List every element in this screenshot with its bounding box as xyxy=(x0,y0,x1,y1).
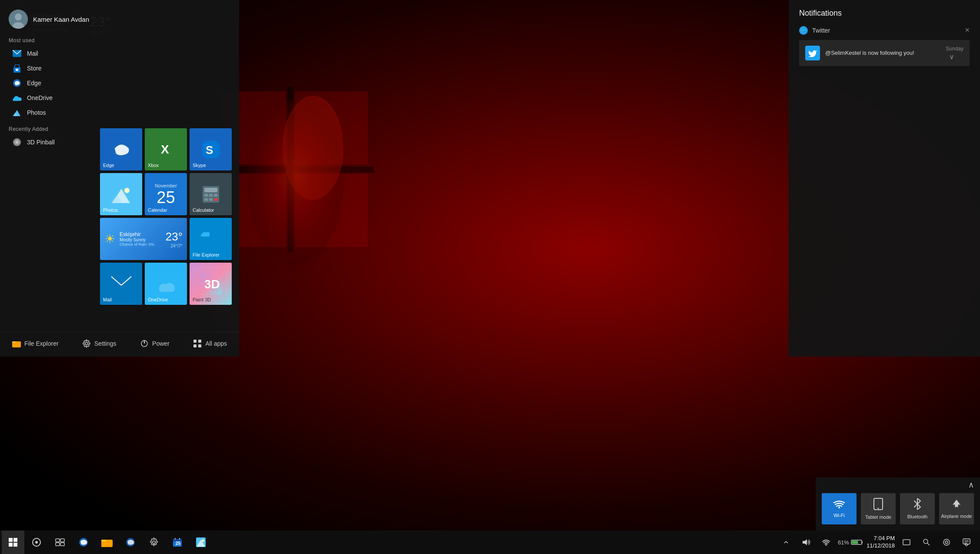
notif-twitter-card[interactable]: @SelimKestel is now following you! Sunda… xyxy=(799,40,970,66)
tile-paint3d[interactable]: 3D Paint 3D xyxy=(190,263,232,305)
tile-weather-condition: Mostly Sunny xyxy=(120,237,154,242)
svg-rect-48 xyxy=(203,232,210,236)
pinball-icon xyxy=(12,137,22,147)
search-cortana-button[interactable] xyxy=(25,531,48,554)
quick-settings-collapse[interactable]: ∧ xyxy=(968,480,974,490)
notif-close-twitter[interactable]: × xyxy=(965,26,970,35)
user-display-name: Kamer Kaan Avdan xyxy=(33,16,89,23)
settings-button[interactable]: Settings xyxy=(79,337,120,350)
taskbar-calendar[interactable]: 25 xyxy=(166,531,189,554)
battery-indicator: 61% xyxy=(838,539,863,546)
show-desktop-button[interactable] xyxy=(898,534,915,551)
volume-icon[interactable] xyxy=(798,534,814,551)
taskbar-edge[interactable] xyxy=(72,531,95,554)
tile-file-explorer[interactable]: File Explorer xyxy=(190,218,232,260)
app-item-photos[interactable]: Photos xyxy=(9,105,230,120)
tile-weather-temp: 23° xyxy=(166,230,183,244)
tile-photos-label: Photos xyxy=(103,207,118,213)
svg-point-86 xyxy=(943,539,950,545)
svg-rect-83 xyxy=(903,540,910,545)
svg-rect-26 xyxy=(198,340,201,343)
power-button[interactable]: Power xyxy=(137,337,173,350)
taskbar-systray: 61% 7:04 PM 11/12/2018 xyxy=(778,534,980,551)
svg-rect-58 xyxy=(13,543,17,547)
notifications-title: Notifications xyxy=(799,9,842,18)
task-view-button[interactable] xyxy=(49,531,71,554)
twitter-app-icon: 🐦 xyxy=(799,26,808,35)
qs-tablet-tile[interactable]: Tablet mode xyxy=(861,493,896,524)
tile-calendar-date: 25 xyxy=(157,189,175,206)
svg-point-52 xyxy=(838,507,840,508)
tile-photos[interactable]: Photos xyxy=(100,173,142,215)
app-item-store[interactable]: Store xyxy=(9,61,230,76)
svg-point-69 xyxy=(153,541,155,544)
all-apps-button[interactable]: All apps xyxy=(190,337,230,350)
action-center-button[interactable] xyxy=(958,534,975,551)
qs-bluetooth-label: Bluetooth xyxy=(907,514,927,519)
notif-twitter-header: 🐦 Twitter × xyxy=(789,23,980,37)
user-profile-section[interactable]: Kamer Kaan Avdan xyxy=(0,0,239,36)
search-button[interactable] xyxy=(918,534,935,551)
svg-point-79 xyxy=(825,544,827,546)
app-label-store: Store xyxy=(27,65,41,72)
bluetooth-qs-icon xyxy=(913,498,921,512)
tile-weather[interactable]: ☀ Eskişehir Mostly Sunny Chance of Rain:… xyxy=(100,218,187,260)
tablet-qs-icon xyxy=(873,498,883,513)
svg-rect-28 xyxy=(198,344,201,347)
notifications-panel: Notifications 🐦 Twitter × @SelimKestel i… xyxy=(789,0,980,357)
taskbar-left: 25 xyxy=(0,531,212,554)
tile-skype[interactable]: S Skype xyxy=(190,128,232,170)
tile-paint3d-label: Paint 3D xyxy=(193,297,211,302)
notif-expand-button[interactable]: ∨ xyxy=(949,53,963,61)
svg-rect-42 xyxy=(214,194,217,197)
file-explorer-button[interactable]: File Explorer xyxy=(9,337,62,350)
svg-rect-44 xyxy=(209,198,213,201)
notifications-header: Notifications xyxy=(789,0,980,23)
app-label-photos: Photos xyxy=(27,109,46,116)
svg-point-54 xyxy=(878,508,879,509)
tile-calculator[interactable]: Calculator xyxy=(190,173,232,215)
svg-point-22 xyxy=(85,342,88,345)
file-explorer-label: File Explorer xyxy=(24,340,59,347)
app-label-mail: Mail xyxy=(27,50,38,57)
tile-weather-rain: Chance of Rain: 0% xyxy=(120,242,154,247)
wifi-systray-icon[interactable] xyxy=(818,534,834,551)
tile-weather-range: 24°/7° xyxy=(166,244,183,248)
svg-rect-39 xyxy=(204,188,217,192)
app-item-onedrive[interactable]: OneDrive xyxy=(9,90,230,105)
app-item-edge[interactable]: Edge xyxy=(9,76,230,90)
tile-calendar[interactable]: November 25 Calendar xyxy=(145,173,187,215)
svg-point-60 xyxy=(35,541,38,544)
settings-label: Settings xyxy=(94,340,117,347)
taskbar-photos[interactable] xyxy=(190,531,212,554)
tile-mail[interactable]: Mail xyxy=(100,263,142,305)
taskbar-settings[interactable] xyxy=(143,531,165,554)
app-label-edge: Edge xyxy=(27,80,41,87)
svg-rect-67 xyxy=(101,540,106,541)
notif-twitter-time: Sunday xyxy=(946,45,963,53)
onedrive-icon-sidebar xyxy=(12,93,22,103)
start-button[interactable] xyxy=(2,531,24,554)
qs-wifi-tile[interactable]: Wi-Fi xyxy=(822,493,857,524)
qs-airplane-label: Airplane mode xyxy=(941,514,972,519)
taskbar-file-explorer[interactable] xyxy=(96,531,118,554)
svg-rect-55 xyxy=(9,538,13,542)
system-clock[interactable]: 7:04 PM 11/12/2018 xyxy=(867,535,895,550)
tile-edge[interactable]: Edge xyxy=(100,128,142,170)
svg-point-9 xyxy=(15,13,22,20)
photos-icon-sidebar xyxy=(12,108,22,117)
svg-rect-25 xyxy=(193,340,197,343)
qs-bluetooth-tile[interactable]: Bluetooth xyxy=(900,493,935,524)
systray-chevron[interactable] xyxy=(778,534,794,551)
all-apps-label: All apps xyxy=(205,340,227,347)
svg-rect-57 xyxy=(9,543,13,547)
tile-skype-label: Skype xyxy=(193,163,206,168)
taskbar-edge2[interactable] xyxy=(119,531,142,554)
mail-icon xyxy=(12,49,22,58)
app-item-mail[interactable]: Mail xyxy=(9,46,230,61)
tile-onedrive[interactable]: OneDrive xyxy=(145,263,187,305)
cortana-button[interactable] xyxy=(938,534,955,551)
qs-airplane-tile[interactable]: Airplane mode xyxy=(939,493,974,524)
user-avatar xyxy=(9,10,28,29)
tile-xbox[interactable]: X Xbox xyxy=(145,128,187,170)
